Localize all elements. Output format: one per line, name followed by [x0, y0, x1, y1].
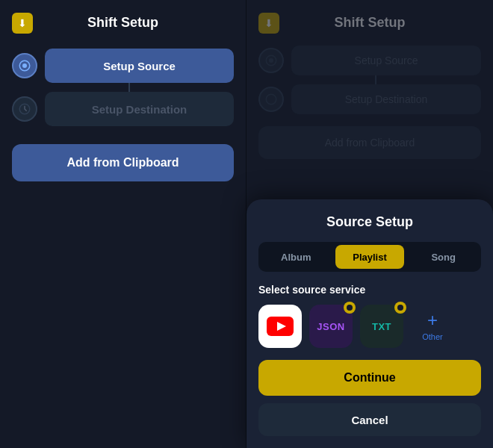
- right-clipboard-button[interactable]: Add from Clipboard: [258, 126, 481, 159]
- txt-badge: [394, 302, 406, 314]
- other-label: Other: [422, 332, 443, 341]
- json-label: JSON: [317, 321, 344, 332]
- cancel-button[interactable]: Cancel: [258, 403, 481, 436]
- setup-destination-button[interactable]: Setup Destination: [45, 92, 234, 126]
- svg-point-5: [266, 94, 276, 105]
- service-youtube[interactable]: [258, 305, 302, 348]
- json-badge: [344, 302, 356, 314]
- step2-row: Setup Destination: [12, 92, 234, 126]
- service-json[interactable]: JSON: [309, 305, 353, 348]
- right-panel: ⬇ Shift Setup Setup Source: [246, 0, 493, 448]
- tab-album[interactable]: Album: [261, 245, 331, 269]
- service-other[interactable]: + Other: [411, 305, 454, 348]
- right-step1-icon: [258, 48, 284, 73]
- right-header-icon: ⬇: [258, 13, 279, 34]
- step2-icon: [12, 96, 37, 122]
- left-steps: Setup Source Setup Destination: [12, 49, 234, 126]
- header-icon: ⬇: [12, 13, 33, 34]
- other-plus-icon: +: [427, 311, 438, 329]
- modal-title: Source Setup: [258, 214, 481, 230]
- continue-button[interactable]: Continue: [258, 360, 481, 396]
- setup-source-button[interactable]: Setup Source: [45, 49, 234, 83]
- tab-song[interactable]: Song: [409, 245, 478, 269]
- left-panel: ⬇ Shift Setup Setup Source Setup Destina…: [0, 0, 246, 448]
- right-step2-row: Setup Destination: [258, 84, 481, 114]
- step1-icon: [12, 53, 37, 78]
- left-title: Shift Setup: [87, 15, 158, 31]
- right-top-dimmed: ⬇ Shift Setup Setup Source: [258, 15, 481, 159]
- right-step2-icon: [258, 87, 284, 112]
- right-setup-destination-button[interactable]: Setup Destination: [291, 84, 481, 114]
- txt-label: TXT: [372, 321, 391, 332]
- tabs-row: Album Playlist Song: [258, 242, 481, 272]
- source-setup-modal: Source Setup Album Playlist Song Select …: [246, 199, 493, 448]
- service-section-label: Select source service: [258, 284, 481, 296]
- service-txt[interactable]: TXT: [360, 305, 403, 348]
- left-header: ⬇ Shift Setup: [12, 15, 234, 31]
- right-step1-row: Setup Source: [258, 46, 481, 75]
- services-row: JSON TXT + Other: [258, 305, 481, 348]
- step-connector: [128, 83, 130, 92]
- svg-point-1: [22, 63, 27, 68]
- svg-point-4: [269, 58, 273, 63]
- tab-playlist[interactable]: Playlist: [335, 245, 405, 269]
- right-setup-source-button[interactable]: Setup Source: [291, 46, 481, 75]
- add-from-clipboard-button[interactable]: Add from Clipboard: [12, 144, 234, 181]
- step1-row: Setup Source: [12, 49, 234, 83]
- right-step-connector: [375, 75, 376, 84]
- right-steps: Setup Source Setup Destination: [258, 46, 481, 114]
- right-title: Shift Setup: [335, 15, 406, 31]
- right-header: ⬇ Shift Setup: [258, 15, 481, 31]
